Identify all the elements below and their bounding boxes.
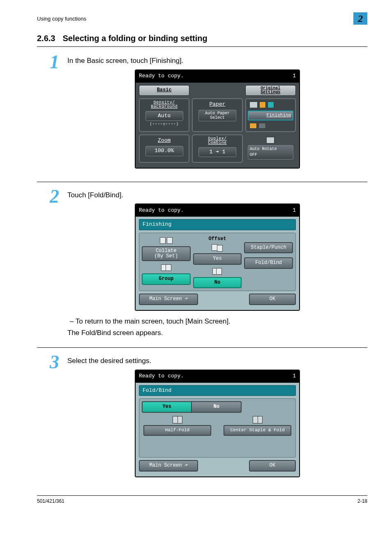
paper-cell[interactable]: Paper Auto Paper Select xyxy=(192,98,242,132)
step-2-note2: The Fold/Bind screen appears. xyxy=(67,328,367,338)
offset-column: Offset Yes No xyxy=(193,236,242,288)
main-screen-button[interactable]: Main Screen ⬏ xyxy=(139,294,198,305)
finishing-cell: Finishing xyxy=(245,98,296,132)
stack-icon-2 xyxy=(258,123,266,129)
step-number: 1 xyxy=(35,53,59,72)
step-1-text: In the Basic screen, touch [Finishing]. xyxy=(67,56,367,66)
status-text: Ready to copy. xyxy=(139,72,184,80)
step-number: 3 xyxy=(35,353,59,372)
page-footer: 501/421/361 2-18 xyxy=(37,495,367,504)
copy-count: 1 xyxy=(293,372,296,380)
footer-page: 2-18 xyxy=(357,498,367,504)
staple-punch-button[interactable]: Staple/Punch xyxy=(244,242,293,253)
subbar-foldbind: Fold/Bind xyxy=(139,385,296,396)
up-arrow-icon: ⬏ xyxy=(184,463,188,469)
step-3: 3 Select the desired settings. Ready to … xyxy=(35,354,367,483)
finishing-button[interactable]: Finishing xyxy=(248,111,293,120)
step-2: 2 Touch [Fold/Bind]. Ready to copy. 1 Fi… xyxy=(35,189,367,340)
zoom-button[interactable]: 100.0% xyxy=(145,146,183,156)
step-2-note1: – To return to the main screen, touch [M… xyxy=(70,317,367,327)
status-text: Ready to copy. xyxy=(139,207,184,215)
stack-icon xyxy=(249,123,257,129)
tab-original-settings[interactable]: Original Settings xyxy=(245,85,296,96)
group-button[interactable]: Group xyxy=(142,273,191,284)
duplex-button[interactable]: 1 ➔ 1 xyxy=(198,147,236,157)
duplex-cell[interactable]: Duplex/ Combine 1 ➔ 1 xyxy=(192,134,242,163)
copy-count: 1 xyxy=(293,72,296,80)
subbar-finishing: Finishing xyxy=(139,219,296,230)
paper-header: Paper xyxy=(194,101,240,109)
divider xyxy=(37,182,367,182)
ok-button[interactable]: OK xyxy=(249,294,296,305)
status-text: Ready to copy. xyxy=(139,372,184,380)
chapter-badge: 2 xyxy=(353,12,367,25)
center-staple-button[interactable]: Center Staple & Fold xyxy=(224,425,291,436)
screenshot-finishing: Ready to copy. 1 Finishing Collate (By S… xyxy=(135,204,300,310)
paper-button[interactable]: Auto Paper Select xyxy=(198,110,236,121)
step-number: 2 xyxy=(35,187,59,206)
teal-icon xyxy=(267,102,274,108)
offset-yes-button[interactable]: Yes xyxy=(193,253,242,264)
finishing-icons xyxy=(248,101,293,109)
step-1: 1 In the Basic screen, touch [Finishing]… xyxy=(35,54,367,174)
center-staple-option: Center Staple & Fold xyxy=(224,416,291,436)
section-title: 2.6.3Selecting a folding or binding sett… xyxy=(37,34,367,43)
breadcrumb: Using copy functions xyxy=(37,16,86,22)
center-staple-icon xyxy=(253,416,263,423)
autorotate-cell: Auto Rotate OFF xyxy=(245,134,296,163)
divider xyxy=(37,46,367,47)
orange-icon xyxy=(259,102,266,108)
collate-icon xyxy=(142,236,191,245)
density-button[interactable]: Auto xyxy=(145,111,183,121)
up-arrow-icon: ⬏ xyxy=(184,296,188,303)
half-fold-option: Half-Fold xyxy=(143,416,211,436)
screenshot-foldbind: Ready to copy. 1 Fold/Bind Yes No Ha xyxy=(135,370,300,477)
step-3-text: Select the desired settings. xyxy=(67,356,367,366)
tab-basic[interactable]: Basic xyxy=(139,85,189,96)
offset-yes-icon xyxy=(193,243,242,252)
group-icon xyxy=(142,264,191,272)
autorotate-icon xyxy=(266,137,274,143)
yes-button[interactable]: Yes xyxy=(142,401,192,412)
collate-button[interactable]: Collate (By Set) xyxy=(142,246,191,261)
section-heading: Selecting a folding or binding setting xyxy=(62,34,207,43)
half-fold-button[interactable]: Half-Fold xyxy=(143,425,211,436)
offset-no-button[interactable]: No xyxy=(193,277,242,288)
no-button[interactable]: No xyxy=(192,401,241,412)
footer-model: 501/421/361 xyxy=(37,498,65,504)
doc-icon xyxy=(249,102,258,108)
zoom-cell[interactable]: Zoom 100.0% xyxy=(139,134,189,163)
offset-label: Offset xyxy=(193,236,242,243)
copy-count: 1 xyxy=(293,207,296,215)
main-screen-label: Main Screen xyxy=(149,296,182,303)
screenshot-basic: Ready to copy. 1 Basic Original Settings… xyxy=(135,69,300,169)
density-indicator: (▫▫▫▫▯▫▫▫▫) xyxy=(141,122,187,127)
step-2-text: Touch [Fold/Bind]. xyxy=(67,190,367,201)
zoom-header: Zoom xyxy=(141,137,187,145)
autorotate-button[interactable]: Auto Rotate OFF xyxy=(248,145,293,160)
main-screen-button[interactable]: Main Screen ⬏ xyxy=(139,460,198,471)
density-header: Density/ Background xyxy=(141,101,187,109)
divider xyxy=(37,347,367,348)
offset-no-icon xyxy=(193,267,242,275)
main-screen-label: Main Screen xyxy=(149,462,182,469)
section-number: 2.6.3 xyxy=(37,34,55,43)
fold-bind-button[interactable]: Fold/Bind xyxy=(244,257,293,268)
right-column: Staple/Punch Fold/Bind xyxy=(244,236,293,288)
duplex-header: Duplex/ Combine xyxy=(194,137,240,146)
density-cell[interactable]: Density/ Background Auto (▫▫▫▫▯▫▫▫▫) xyxy=(139,98,189,132)
half-fold-icon xyxy=(173,416,182,423)
collate-column: Collate (By Set) Group xyxy=(142,236,191,288)
ok-button[interactable]: OK xyxy=(249,460,296,471)
